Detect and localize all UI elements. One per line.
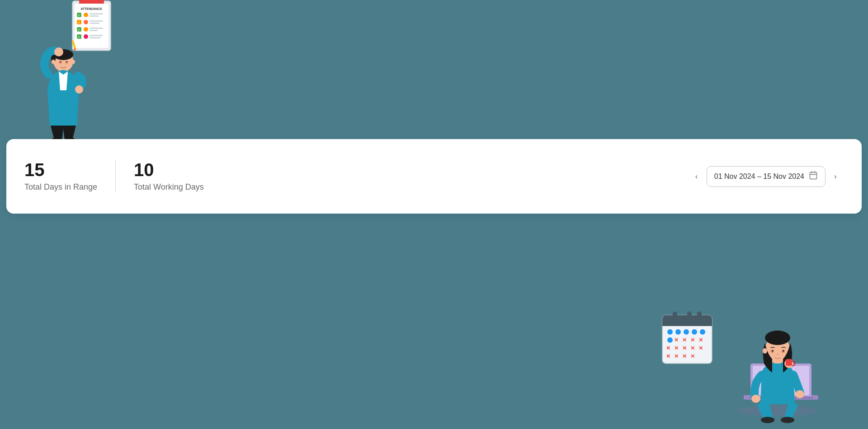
svg-text:✕: ✕ — [674, 353, 679, 359]
svg-point-16 — [84, 27, 88, 32]
svg-text:✕: ✕ — [674, 345, 679, 351]
svg-rect-46 — [673, 312, 677, 319]
svg-point-75 — [781, 417, 794, 423]
svg-point-86 — [783, 350, 784, 352]
svg-rect-47 — [687, 312, 692, 319]
svg-text:✕: ✕ — [666, 353, 670, 359]
svg-point-52 — [692, 329, 697, 335]
svg-rect-7 — [90, 13, 103, 14]
svg-text:✕: ✕ — [690, 345, 695, 351]
svg-text:✕: ✕ — [682, 345, 687, 351]
svg-text:✕: ✕ — [666, 345, 670, 351]
svg-point-53 — [700, 329, 705, 335]
svg-point-35 — [60, 61, 61, 63]
svg-text:✕: ✕ — [682, 337, 687, 343]
stats-card: 15 Total Days in Range 10 Total Working … — [6, 139, 862, 214]
svg-point-49 — [667, 329, 673, 335]
svg-text:✕: ✕ — [682, 353, 687, 359]
svg-text:✓: ✓ — [77, 14, 80, 18]
working-days-number: 10 — [134, 161, 204, 179]
illustration-man: ATTENDANCE ✓ ✓ ✓ ✓ — [23, 0, 122, 140]
svg-text:✕: ✕ — [698, 337, 703, 343]
svg-text:✓: ✓ — [77, 21, 80, 25]
svg-text:ATTENDANCE: ATTENDANCE — [80, 7, 102, 10]
svg-rect-18 — [90, 30, 98, 31]
svg-point-37 — [52, 60, 55, 64]
total-days-label: Total Days in Range — [24, 182, 97, 192]
svg-point-50 — [675, 329, 681, 335]
svg-point-38 — [71, 60, 75, 64]
working-days-label: Total Working Days — [134, 182, 204, 192]
svg-point-36 — [66, 61, 68, 63]
prev-date-button[interactable]: ‹ — [689, 168, 705, 185]
svg-rect-13 — [90, 23, 99, 24]
date-range-text: 01 Nov 2024 – 15 Nov 2024 — [714, 173, 804, 181]
date-range-picker: ‹ 01 Nov 2024 – 15 Nov 2024 › — [689, 166, 844, 187]
date-range-display[interactable]: 01 Nov 2024 – 15 Nov 2024 — [707, 166, 826, 187]
svg-point-79 — [751, 395, 760, 403]
svg-point-80 — [795, 390, 804, 398]
svg-text:✕: ✕ — [690, 353, 695, 359]
illustration-calendar: ✕ ✕ ✕ ✕ ✕ ✕ ✕ ✕ ✕ ✕ ✕ ✕ ✕ — [660, 307, 714, 366]
svg-point-29 — [54, 47, 63, 56]
svg-point-11 — [84, 20, 88, 24]
svg-point-21 — [84, 34, 88, 39]
svg-point-51 — [684, 329, 689, 335]
svg-rect-23 — [90, 37, 101, 38]
svg-text:✕: ✕ — [690, 337, 695, 343]
svg-rect-48 — [697, 312, 702, 319]
svg-point-78 — [765, 331, 790, 345]
svg-rect-22 — [90, 35, 103, 36]
svg-point-85 — [772, 350, 774, 352]
svg-point-54 — [667, 337, 673, 343]
svg-text:✕: ✕ — [698, 345, 703, 351]
svg-rect-39 — [810, 172, 817, 179]
svg-point-68 — [737, 406, 818, 416]
calendar-icon — [809, 171, 818, 182]
svg-text:✕: ✕ — [674, 337, 679, 343]
svg-point-6 — [84, 13, 88, 17]
svg-rect-45 — [662, 321, 712, 326]
svg-point-74 — [761, 417, 774, 423]
svg-rect-12 — [90, 20, 103, 22]
svg-point-30 — [75, 85, 83, 93]
illustration-woman: ♡ — [719, 289, 845, 429]
svg-rect-82 — [786, 359, 792, 366]
svg-point-87 — [763, 348, 767, 354]
svg-text:✓: ✓ — [77, 28, 80, 32]
next-date-button[interactable]: › — [827, 168, 844, 185]
total-days-number: 15 — [24, 161, 97, 179]
total-days-stat: 15 Total Days in Range — [24, 161, 115, 192]
working-days-stat: 10 Total Working Days — [115, 161, 204, 192]
svg-text:✓: ✓ — [77, 35, 80, 39]
svg-rect-8 — [90, 15, 99, 17]
svg-rect-17 — [90, 28, 103, 29]
